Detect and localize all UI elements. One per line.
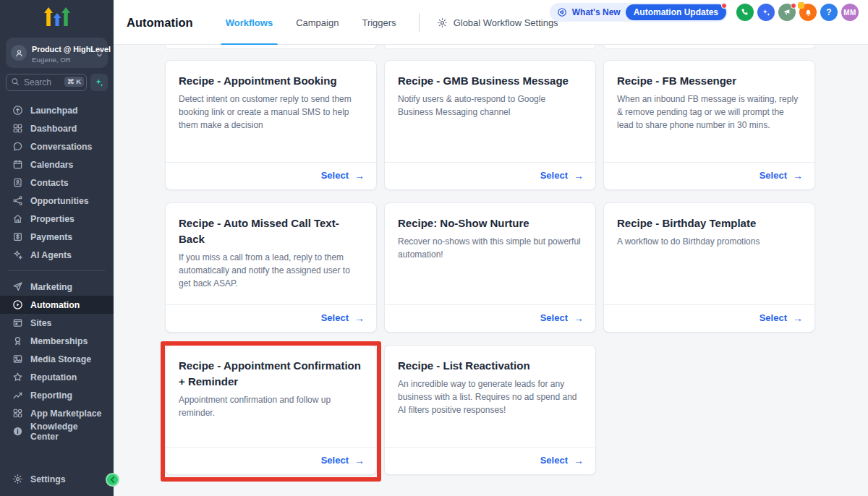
sidebar-item-conversations[interactable]: Conversations	[0, 137, 114, 155]
arrow-right-icon: →	[793, 313, 803, 323]
info-circle-icon	[12, 426, 23, 437]
select-button[interactable]: Select →	[540, 312, 584, 323]
sidebar-item-label: Payments	[30, 232, 72, 242]
page-title: Automation	[127, 16, 193, 30]
recipe-card-highlighted[interactable]: Recipe - Appointment Confirmation + Remi…	[165, 345, 377, 475]
phone-button[interactable]	[736, 4, 754, 21]
automation-icon	[12, 299, 23, 311]
card-title: Recipe - Birthday Template	[617, 215, 801, 231]
card-title: Recipe - Auto Missed Call Text-Back	[179, 215, 363, 247]
sidebar-item-calendars[interactable]: Calendars	[0, 155, 114, 174]
sidebar-collapse-button[interactable]	[106, 473, 119, 487]
card-body: Recipe: No-Show Nurture Recover no-shows…	[385, 203, 595, 261]
tab-workflows[interactable]: Workflows	[224, 0, 276, 45]
select-button[interactable]: Select →	[321, 170, 365, 181]
help-button[interactable]: ?	[820, 4, 838, 21]
user-avatar[interactable]: MM	[841, 4, 859, 21]
sidebar-item-sites[interactable]: Sites	[0, 314, 114, 332]
select-label: Select	[760, 312, 787, 323]
card-title: Recipe - Appointment Booking	[179, 73, 363, 89]
topbar: Automation Workflows Campaign Triggers G…	[114, 0, 868, 45]
card-footer: Select →	[166, 304, 376, 332]
select-button[interactable]: Select →	[321, 455, 365, 466]
select-button[interactable]: Select →	[760, 312, 803, 323]
card-body: Recipe - List Reactivation An incredible…	[385, 346, 595, 416]
automation-updates-badge[interactable]: Automation Updates	[626, 4, 726, 20]
sidebar-item-label: Dashboard	[30, 124, 77, 134]
sidebar-item-label: Conversations	[30, 142, 92, 152]
sidebar-item-ai-agents[interactable]: AI Agents	[0, 246, 114, 264]
select-button[interactable]: Select →	[540, 455, 584, 466]
account-avatar-icon	[11, 45, 27, 61]
gohighlevel-logo	[0, 0, 114, 32]
tab-triggers[interactable]: Triggers	[359, 0, 398, 45]
select-label: Select	[321, 455, 349, 466]
notification-badge	[798, 2, 804, 9]
launchpad-icon	[12, 105, 23, 116]
card-body: Recipe - Birthday Template A workflow to…	[604, 203, 814, 248]
tab-campaign[interactable]: Campaign	[294, 0, 341, 45]
paper-plane-icon	[12, 281, 23, 293]
sidebar-item-reputation[interactable]: Reputation	[0, 368, 114, 386]
empty-grid-cell	[603, 345, 815, 475]
card-footer: Select →	[166, 447, 376, 474]
card-body: Recipe - FB Messenger When an inbound FB…	[604, 61, 814, 132]
tabs: Workflows Campaign Triggers	[224, 0, 417, 45]
whats-new-button[interactable]: What's New Automation Updates	[550, 3, 728, 22]
tab-label: Workflows	[226, 17, 273, 28]
sidebar-item-payments[interactable]: Payments	[0, 228, 114, 246]
sidebar-item-app-marketplace[interactable]: App Marketplace	[0, 404, 114, 422]
sidebar-item-label: Reputation	[30, 372, 77, 382]
chevron-up-down-icon	[96, 48, 103, 58]
app-window: Product @ HighLevel Eugene, OR ⌘ K	[0, 0, 868, 496]
browser-window-icon	[12, 317, 23, 329]
ai-spark-button[interactable]	[90, 74, 108, 91]
recipe-card[interactable]: Recipe - Birthday Template A workflow to…	[603, 202, 815, 333]
recipe-card[interactable]: Recipe - GMB Business Message Notify use…	[384, 60, 596, 190]
select-button[interactable]: Select →	[321, 312, 365, 323]
card-title: Recipe - GMB Business Message	[398, 73, 582, 89]
notifications-button[interactable]	[799, 4, 817, 21]
sidebar-item-knowledge-center[interactable]: Knowledge Center	[0, 422, 114, 440]
contacts-book-icon	[12, 177, 23, 189]
sidebar-item-opportunities[interactable]: Opportunities	[0, 192, 114, 210]
sidebar-item-automation[interactable]: Automation	[0, 296, 114, 314]
select-label: Select	[540, 455, 568, 466]
global-workflow-settings-button[interactable]: Global Workflow Settings	[437, 17, 558, 28]
sidebar-item-label: Automation	[30, 300, 80, 310]
ai-assistant-button[interactable]	[757, 4, 775, 21]
card-title: Recipe - List Reactivation	[398, 358, 582, 374]
account-switcher[interactable]: Product @ HighLevel Eugene, OR	[6, 38, 108, 68]
tab-label: Campaign	[296, 17, 339, 28]
opportunities-icon	[12, 195, 23, 207]
cutoff-card	[603, 45, 815, 49]
sidebar-item-contacts[interactable]: Contacts	[0, 174, 114, 192]
announcements-button[interactable]	[778, 4, 796, 21]
sidebar-item-label: Settings	[30, 474, 66, 484]
recipe-card[interactable]: Recipe - FB Messenger When an inbound FB…	[603, 60, 815, 190]
sidebar-item-dashboard[interactable]: Dashboard	[0, 119, 114, 137]
sidebar-item-marketing[interactable]: Marketing	[0, 278, 114, 296]
sidebar-nav-secondary: Marketing Automation Sites Memberships M…	[0, 278, 114, 440]
sidebar-item-label: Launchpad	[30, 106, 78, 116]
sidebar-item-properties[interactable]: Properties	[0, 210, 114, 228]
recipe-card[interactable]: Recipe - Auto Missed Call Text-Back If y…	[165, 202, 377, 333]
sidebar-item-media-storage[interactable]: Media Storage	[0, 350, 114, 368]
sidebar-item-launchpad[interactable]: Launchpad	[0, 101, 114, 119]
search-icon	[11, 77, 20, 86]
select-button[interactable]: Select →	[760, 170, 803, 181]
sidebar-item-label: Memberships	[30, 336, 88, 346]
payments-icon	[12, 231, 23, 243]
account-meta: Product @ HighLevel Eugene, OR	[32, 42, 91, 64]
search-box: ⌘ K	[6, 74, 87, 91]
sidebar-item-memberships[interactable]: Memberships	[0, 332, 114, 350]
sidebar-item-settings[interactable]: Settings	[0, 470, 114, 488]
tab-label: Triggers	[362, 17, 396, 28]
recipe-card[interactable]: Recipe: No-Show Nurture Recover no-shows…	[384, 202, 596, 333]
notification-dot	[721, 3, 727, 9]
select-label: Select	[321, 312, 349, 323]
select-button[interactable]: Select →	[540, 170, 584, 181]
sidebar-item-reporting[interactable]: Reporting	[0, 386, 114, 404]
recipe-card[interactable]: Recipe - List Reactivation An incredible…	[384, 345, 596, 475]
recipe-card[interactable]: Recipe - Appointment Booking Detect inte…	[165, 60, 377, 190]
